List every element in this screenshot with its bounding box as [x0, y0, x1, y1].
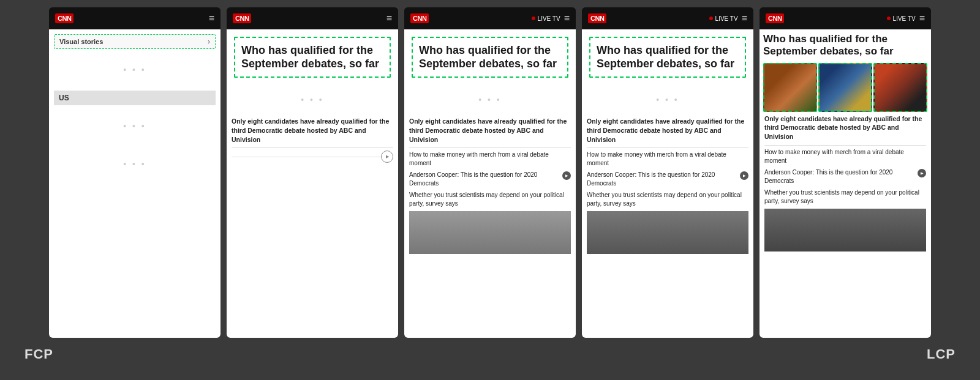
related-link-3-1[interactable]: How to make money with merch from a vira… [409, 151, 571, 168]
article-blurb-2: Only eight candidates have already quali… [232, 117, 393, 144]
article-area-2: • • • Only eight candidates have already… [227, 78, 398, 338]
cnn-logo-2: CNN [233, 13, 251, 23]
labels-row: FCP LCP [12, 343, 968, 362]
bottom-image-5 [764, 209, 926, 251]
headline-text-3: Who has qualified for the September deba… [419, 44, 561, 70]
live-tv-label-3: LIVE TV [532, 15, 560, 22]
headline-text-4: Who has qualified for the September deba… [597, 44, 739, 70]
header-right-4: LIVE TV ≡ [709, 13, 747, 24]
loading-dots-5: • • • [409, 83, 571, 117]
related-link-4-3[interactable]: Whether you trust scientists may depend … [587, 191, 748, 208]
cnn-header-4: CNN LIVE TV ≡ [582, 7, 753, 29]
cnn-logo-5: CNN [766, 13, 784, 23]
header-right-5: LIVE TV ≡ [887, 13, 925, 24]
loading-dots-6: • • • [587, 83, 748, 117]
cnn-header-1: CNN ≡ [49, 7, 221, 29]
frame2-content: Who has qualified for the September deba… [227, 29, 398, 338]
menu-icon-4[interactable]: ≡ [742, 13, 747, 24]
related-link-3-2[interactable]: Anderson Cooper: This is the question fo… [409, 171, 571, 188]
image-cory [873, 63, 927, 112]
bottom-image-3 [409, 211, 571, 254]
menu-icon-1[interactable]: ≡ [209, 13, 214, 24]
related-link-5-2[interactable]: Anderson Cooper: This is the question fo… [764, 168, 926, 185]
live-dot-3 [532, 17, 535, 20]
cnn-header-3: CNN LIVE TV ≡ [404, 7, 576, 29]
lcp-label: LCP [927, 346, 956, 362]
loading-dots-4: • • • [232, 83, 393, 117]
cnn-header-2: CNN ≡ [227, 7, 398, 29]
related-link-5-1[interactable]: How to make money with merch from a vira… [764, 148, 926, 165]
related-link-3-3[interactable]: Whether you trust scientists may depend … [409, 191, 571, 208]
headline-box-2: Who has qualified for the September deba… [234, 37, 391, 78]
related-link-5-3[interactable]: Whether you trust scientists may depend … [764, 188, 926, 206]
headline-text-2: Who has qualified for the September deba… [241, 44, 383, 70]
phone-frame-5: CNN LIVE TV ≡ Who has qualified for the … [760, 7, 931, 338]
video-placeholder-2 [232, 147, 393, 165]
play-icon-4 [740, 171, 748, 180]
headline-wrapper-5: Who has qualified for the September deba… [760, 29, 931, 61]
article-blurb-4: Only eight candidates have already quali… [587, 117, 748, 144]
menu-icon-2[interactable]: ≡ [386, 13, 392, 24]
chevron-right-icon: › [208, 37, 210, 46]
article-area-5: Only eight candidates have already quali… [760, 114, 931, 338]
loading-dots-2: • • • [54, 109, 216, 143]
screenshots-row: CNN ≡ Visual stories › • • • US • • • • … [12, 7, 968, 338]
cnn-header-5: CNN LIVE TV ≡ [760, 7, 931, 29]
visual-stories-bar[interactable]: Visual stories › [54, 34, 216, 49]
us-label: US [54, 91, 216, 105]
live-tv-label-5: LIVE TV [887, 15, 916, 22]
bottom-image-4 [587, 211, 748, 254]
article-area-3: • • • Only eight candidates have already… [404, 78, 576, 338]
headline-box-3: Who has qualified for the September deba… [412, 37, 568, 78]
image-kamala [763, 63, 817, 112]
menu-icon-5[interactable]: ≡ [919, 13, 925, 24]
phone-frame-1: CNN ≡ Visual stories › • • • US • • • • … [49, 7, 221, 338]
frame5-content: Who has qualified for the September deba… [760, 29, 931, 338]
menu-icon-3[interactable]: ≡ [564, 13, 570, 24]
live-dot-5 [887, 17, 891, 20]
phone-frame-4: CNN LIVE TV ≡ Who has qualified for the … [582, 7, 753, 338]
phone-frame-2: CNN ≡ Who has qualified for the Septembe… [227, 7, 398, 338]
cnn-logo-3: CNN [410, 13, 429, 23]
header-image-strip [763, 63, 927, 112]
cnn-logo-1: CNN [55, 13, 74, 23]
play-icon-5 [918, 169, 926, 177]
frame3-content: Who has qualified for the September deba… [404, 29, 576, 338]
fcp-label: FCP [24, 346, 53, 362]
frame4-content: Who has qualified for the September deba… [582, 29, 753, 338]
play-icon-3 [562, 171, 571, 180]
headline-text-5: Who has qualified for the September deba… [763, 33, 927, 61]
phone-frame-3: CNN LIVE TV ≡ Who has qualified for the … [404, 7, 576, 338]
loading-dots-1: • • • [54, 53, 216, 87]
headline-box-4: Who has qualified for the September deba… [589, 37, 746, 78]
article-blurb-5: Only eight candidates have already quali… [764, 114, 926, 141]
live-tv-label-4: LIVE TV [709, 15, 738, 22]
article-area-4: • • • Only eight candidates have already… [582, 78, 753, 338]
cnn-logo-4: CNN [588, 13, 606, 23]
frame1-content: Visual stories › • • • US • • • • • • [49, 29, 221, 338]
visual-stories-label: Visual stories [59, 38, 103, 45]
related-link-4-1[interactable]: How to make money with merch from a vira… [587, 151, 748, 168]
article-blurb-3: Only eight candidates have already quali… [409, 117, 571, 144]
related-link-4-2[interactable]: Anderson Cooper: This is the question fo… [587, 171, 748, 188]
header-right-3: LIVE TV ≡ [532, 13, 570, 24]
video-play-btn-2[interactable] [381, 151, 393, 163]
live-dot-4 [709, 17, 713, 20]
image-biden [818, 63, 872, 112]
loading-dots-3: • • • [54, 147, 216, 181]
